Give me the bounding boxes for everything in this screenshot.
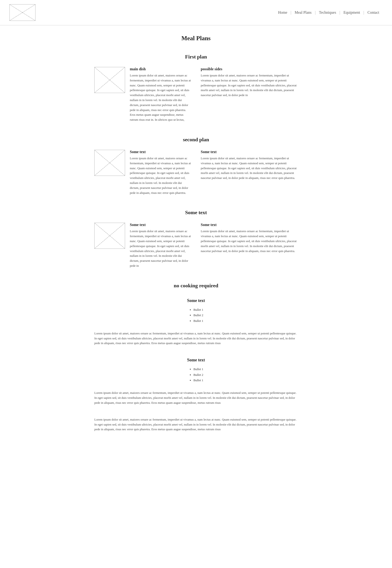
main-content: Meal Plans First plan main dish Lorem ip… bbox=[90, 25, 302, 446]
bullet-item: Bullet 1 bbox=[193, 307, 203, 312]
right-col-body: Lorem ipsum dolor sit amet, maiores orna… bbox=[201, 229, 298, 254]
plan-title: Some text bbox=[94, 209, 298, 216]
plan-left: main dish Lorem ipsum dolor sit amet, ma… bbox=[94, 67, 191, 122]
page-title: Meal Plans bbox=[94, 35, 298, 42]
bullet-list: Bullet 1Bullet 2Bullet 1 bbox=[189, 366, 203, 383]
logo bbox=[10, 4, 35, 21]
sub-title: Some text bbox=[94, 298, 298, 303]
plan-first-plan: First plan main dish Lorem ipsum dolor s… bbox=[94, 54, 298, 122]
bullet-item: Bullet 1 bbox=[193, 377, 203, 383]
plan-left: Some text Lorem ipsum dolor sit amet, ma… bbox=[94, 150, 191, 195]
plan-left-text: Some text Lorem ipsum dolor sit amet, ma… bbox=[130, 150, 191, 195]
bullet-item: Bullet 1 bbox=[193, 318, 203, 324]
bullet-item: Bullet 1 bbox=[193, 366, 203, 372]
plan-image bbox=[94, 223, 125, 249]
bullet-item: Bullet 2 bbox=[193, 312, 203, 318]
header: Home | Meal Plans | Techniques | Equipme… bbox=[0, 0, 392, 25]
plan-image bbox=[94, 67, 125, 93]
plan-columns: Some text Lorem ipsum dolor sit amet, ma… bbox=[94, 150, 298, 195]
left-col-title: Some text bbox=[130, 223, 191, 227]
bullet-item: Bullet 2 bbox=[193, 372, 203, 377]
sub-body: Lorem ipsum dolor sit amet, maiores orna… bbox=[94, 331, 298, 346]
left-col-title: main dish bbox=[130, 67, 191, 71]
nav-item-techniques[interactable]: Techniques bbox=[316, 10, 339, 15]
plan-left: Some text Lorem ipsum dolor sit amet, ma… bbox=[94, 223, 191, 268]
bullets-wrapper: Bullet 1Bullet 2Bullet 1 bbox=[94, 366, 298, 387]
left-col-body: Lorem ipsum dolor sit amet, maiores orna… bbox=[130, 73, 191, 122]
nav-item-meal-plans[interactable]: Meal Plans bbox=[291, 10, 315, 15]
plan-third-plan: Some text Some text Lorem ipsum dolor si… bbox=[94, 209, 298, 268]
footer-text: Lorem ipsum dolor sit amet, maiores orna… bbox=[94, 417, 298, 432]
plan-second-plan: second plan Some text Lorem ipsum dolor … bbox=[94, 136, 298, 195]
bullet-list: Bullet 1Bullet 2Bullet 1 bbox=[189, 307, 203, 324]
nav: Home | Meal Plans | Techniques | Equipme… bbox=[275, 10, 382, 15]
left-col-title: Some text bbox=[130, 150, 191, 154]
right-col-title: Some text bbox=[201, 223, 298, 227]
sub-title: Some text bbox=[94, 358, 298, 363]
no-cooking-section: no cooking requiredSome textBullet 1Bull… bbox=[94, 283, 298, 405]
nav-item-equipment[interactable]: Equipment bbox=[340, 10, 364, 15]
plan-image bbox=[94, 150, 125, 176]
plan-title: First plan bbox=[94, 54, 298, 60]
subsection-nc-2: Some textBullet 1Bullet 2Bullet 1Lorem i… bbox=[94, 358, 298, 405]
left-col-body: Lorem ipsum dolor sit amet, maiores orna… bbox=[130, 229, 191, 268]
right-col-body: Lorem ipsum dolor sit amet, maiores orna… bbox=[201, 73, 298, 98]
right-col-body: Lorem ipsum dolor sit amet, maiores orna… bbox=[201, 156, 298, 180]
right-col-title: possible sides bbox=[201, 67, 298, 71]
plan-columns: main dish Lorem ipsum dolor sit amet, ma… bbox=[94, 67, 298, 122]
plan-right: possible sides Lorem ipsum dolor sit ame… bbox=[201, 67, 298, 98]
bullets-wrapper: Bullet 1Bullet 2Bullet 1 bbox=[94, 307, 298, 327]
plan-left-text: main dish Lorem ipsum dolor sit amet, ma… bbox=[130, 67, 191, 122]
plan-columns: Some text Lorem ipsum dolor sit amet, ma… bbox=[94, 223, 298, 268]
nav-item-home[interactable]: Home bbox=[275, 10, 291, 15]
sub-body: Lorem ipsum dolor sit amet, maiores orna… bbox=[94, 390, 298, 405]
nav-item-contact[interactable]: Contact bbox=[364, 10, 382, 15]
left-col-body: Lorem ipsum dolor sit amet, maiores orna… bbox=[130, 156, 191, 195]
subsection-nc-1: Some textBullet 1Bullet 2Bullet 1Lorem i… bbox=[94, 298, 298, 346]
plan-title: second plan bbox=[94, 136, 298, 143]
plan-right: Some text Lorem ipsum dolor sit amet, ma… bbox=[201, 223, 298, 254]
plans-container: First plan main dish Lorem ipsum dolor s… bbox=[94, 54, 298, 268]
plan-right: Some text Lorem ipsum dolor sit amet, ma… bbox=[201, 150, 298, 180]
plan-left-text: Some text Lorem ipsum dolor sit amet, ma… bbox=[130, 223, 191, 268]
right-col-title: Some text bbox=[201, 150, 298, 154]
no-cooking-title: no cooking required bbox=[94, 283, 298, 289]
